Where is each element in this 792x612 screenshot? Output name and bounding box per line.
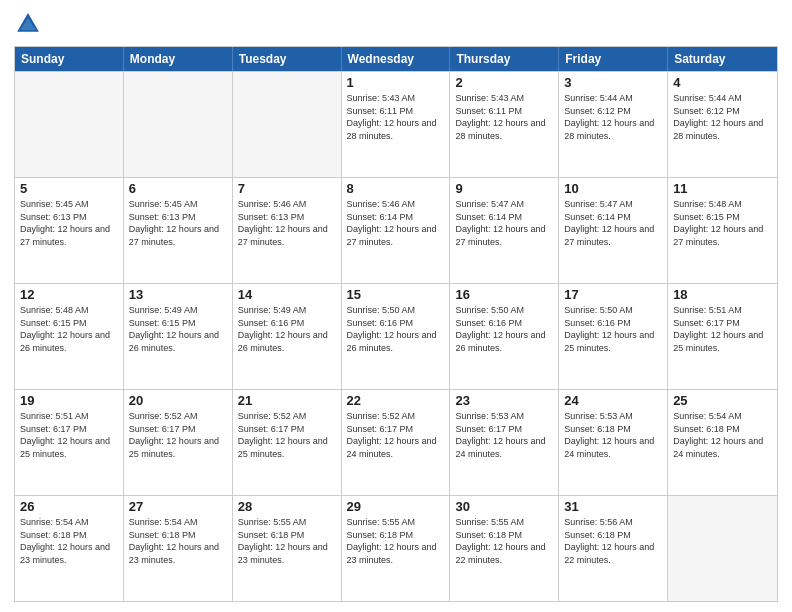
logo-icon <box>14 10 42 38</box>
calendar-cell <box>668 496 777 601</box>
calendar-cell: 20Sunrise: 5:52 AMSunset: 6:17 PMDayligh… <box>124 390 233 495</box>
calendar-cell: 24Sunrise: 5:53 AMSunset: 6:18 PMDayligh… <box>559 390 668 495</box>
calendar-cell: 11Sunrise: 5:48 AMSunset: 6:15 PMDayligh… <box>668 178 777 283</box>
weekday-header: Thursday <box>450 47 559 71</box>
page: SundayMondayTuesdayWednesdayThursdayFrid… <box>0 0 792 612</box>
logo <box>14 10 46 38</box>
calendar-cell: 22Sunrise: 5:52 AMSunset: 6:17 PMDayligh… <box>342 390 451 495</box>
day-number: 3 <box>564 75 662 90</box>
calendar-cell: 19Sunrise: 5:51 AMSunset: 6:17 PMDayligh… <box>15 390 124 495</box>
day-number: 18 <box>673 287 772 302</box>
calendar-cell: 27Sunrise: 5:54 AMSunset: 6:18 PMDayligh… <box>124 496 233 601</box>
day-number: 4 <box>673 75 772 90</box>
day-number: 14 <box>238 287 336 302</box>
calendar-cell <box>124 72 233 177</box>
header <box>14 10 778 38</box>
calendar-cell: 6Sunrise: 5:45 AMSunset: 6:13 PMDaylight… <box>124 178 233 283</box>
day-number: 19 <box>20 393 118 408</box>
calendar-cell: 4Sunrise: 5:44 AMSunset: 6:12 PMDaylight… <box>668 72 777 177</box>
weekday-header: Friday <box>559 47 668 71</box>
calendar-body: 1Sunrise: 5:43 AMSunset: 6:11 PMDaylight… <box>15 71 777 601</box>
day-number: 1 <box>347 75 445 90</box>
day-number: 10 <box>564 181 662 196</box>
calendar-cell <box>233 72 342 177</box>
day-info: Sunrise: 5:47 AMSunset: 6:14 PMDaylight:… <box>455 198 553 248</box>
calendar-cell: 31Sunrise: 5:56 AMSunset: 6:18 PMDayligh… <box>559 496 668 601</box>
day-number: 23 <box>455 393 553 408</box>
day-number: 11 <box>673 181 772 196</box>
day-number: 29 <box>347 499 445 514</box>
weekday-header: Wednesday <box>342 47 451 71</box>
day-number: 25 <box>673 393 772 408</box>
day-number: 27 <box>129 499 227 514</box>
day-number: 21 <box>238 393 336 408</box>
calendar-cell <box>15 72 124 177</box>
calendar-header: SundayMondayTuesdayWednesdayThursdayFrid… <box>15 47 777 71</box>
calendar-cell: 8Sunrise: 5:46 AMSunset: 6:14 PMDaylight… <box>342 178 451 283</box>
day-info: Sunrise: 5:51 AMSunset: 6:17 PMDaylight:… <box>20 410 118 460</box>
day-number: 7 <box>238 181 336 196</box>
calendar-cell: 5Sunrise: 5:45 AMSunset: 6:13 PMDaylight… <box>15 178 124 283</box>
calendar: SundayMondayTuesdayWednesdayThursdayFrid… <box>14 46 778 602</box>
day-info: Sunrise: 5:52 AMSunset: 6:17 PMDaylight:… <box>238 410 336 460</box>
day-number: 2 <box>455 75 553 90</box>
day-info: Sunrise: 5:46 AMSunset: 6:13 PMDaylight:… <box>238 198 336 248</box>
calendar-cell: 10Sunrise: 5:47 AMSunset: 6:14 PMDayligh… <box>559 178 668 283</box>
calendar-cell: 7Sunrise: 5:46 AMSunset: 6:13 PMDaylight… <box>233 178 342 283</box>
day-info: Sunrise: 5:45 AMSunset: 6:13 PMDaylight:… <box>20 198 118 248</box>
weekday-header: Sunday <box>15 47 124 71</box>
calendar-cell: 23Sunrise: 5:53 AMSunset: 6:17 PMDayligh… <box>450 390 559 495</box>
calendar-cell: 18Sunrise: 5:51 AMSunset: 6:17 PMDayligh… <box>668 284 777 389</box>
day-info: Sunrise: 5:48 AMSunset: 6:15 PMDaylight:… <box>20 304 118 354</box>
day-number: 17 <box>564 287 662 302</box>
day-info: Sunrise: 5:49 AMSunset: 6:16 PMDaylight:… <box>238 304 336 354</box>
day-number: 8 <box>347 181 445 196</box>
day-info: Sunrise: 5:50 AMSunset: 6:16 PMDaylight:… <box>455 304 553 354</box>
day-number: 9 <box>455 181 553 196</box>
day-info: Sunrise: 5:46 AMSunset: 6:14 PMDaylight:… <box>347 198 445 248</box>
calendar-cell: 30Sunrise: 5:55 AMSunset: 6:18 PMDayligh… <box>450 496 559 601</box>
calendar-cell: 12Sunrise: 5:48 AMSunset: 6:15 PMDayligh… <box>15 284 124 389</box>
calendar-week: 19Sunrise: 5:51 AMSunset: 6:17 PMDayligh… <box>15 389 777 495</box>
day-info: Sunrise: 5:45 AMSunset: 6:13 PMDaylight:… <box>129 198 227 248</box>
weekday-header: Saturday <box>668 47 777 71</box>
day-info: Sunrise: 5:53 AMSunset: 6:18 PMDaylight:… <box>564 410 662 460</box>
day-number: 6 <box>129 181 227 196</box>
day-info: Sunrise: 5:43 AMSunset: 6:11 PMDaylight:… <box>347 92 445 142</box>
day-info: Sunrise: 5:52 AMSunset: 6:17 PMDaylight:… <box>347 410 445 460</box>
day-number: 20 <box>129 393 227 408</box>
day-number: 16 <box>455 287 553 302</box>
day-info: Sunrise: 5:44 AMSunset: 6:12 PMDaylight:… <box>564 92 662 142</box>
day-number: 22 <box>347 393 445 408</box>
calendar-cell: 13Sunrise: 5:49 AMSunset: 6:15 PMDayligh… <box>124 284 233 389</box>
calendar-cell: 2Sunrise: 5:43 AMSunset: 6:11 PMDaylight… <box>450 72 559 177</box>
calendar-cell: 9Sunrise: 5:47 AMSunset: 6:14 PMDaylight… <box>450 178 559 283</box>
day-info: Sunrise: 5:52 AMSunset: 6:17 PMDaylight:… <box>129 410 227 460</box>
day-info: Sunrise: 5:49 AMSunset: 6:15 PMDaylight:… <box>129 304 227 354</box>
day-info: Sunrise: 5:48 AMSunset: 6:15 PMDaylight:… <box>673 198 772 248</box>
day-number: 26 <box>20 499 118 514</box>
day-number: 31 <box>564 499 662 514</box>
day-info: Sunrise: 5:43 AMSunset: 6:11 PMDaylight:… <box>455 92 553 142</box>
day-info: Sunrise: 5:55 AMSunset: 6:18 PMDaylight:… <box>455 516 553 566</box>
day-info: Sunrise: 5:53 AMSunset: 6:17 PMDaylight:… <box>455 410 553 460</box>
day-number: 12 <box>20 287 118 302</box>
calendar-cell: 15Sunrise: 5:50 AMSunset: 6:16 PMDayligh… <box>342 284 451 389</box>
day-info: Sunrise: 5:44 AMSunset: 6:12 PMDaylight:… <box>673 92 772 142</box>
day-info: Sunrise: 5:54 AMSunset: 6:18 PMDaylight:… <box>673 410 772 460</box>
day-info: Sunrise: 5:50 AMSunset: 6:16 PMDaylight:… <box>347 304 445 354</box>
day-info: Sunrise: 5:56 AMSunset: 6:18 PMDaylight:… <box>564 516 662 566</box>
calendar-cell: 29Sunrise: 5:55 AMSunset: 6:18 PMDayligh… <box>342 496 451 601</box>
day-info: Sunrise: 5:55 AMSunset: 6:18 PMDaylight:… <box>238 516 336 566</box>
day-info: Sunrise: 5:55 AMSunset: 6:18 PMDaylight:… <box>347 516 445 566</box>
day-info: Sunrise: 5:54 AMSunset: 6:18 PMDaylight:… <box>20 516 118 566</box>
calendar-week: 1Sunrise: 5:43 AMSunset: 6:11 PMDaylight… <box>15 71 777 177</box>
day-info: Sunrise: 5:54 AMSunset: 6:18 PMDaylight:… <box>129 516 227 566</box>
calendar-cell: 3Sunrise: 5:44 AMSunset: 6:12 PMDaylight… <box>559 72 668 177</box>
day-number: 30 <box>455 499 553 514</box>
calendar-cell: 21Sunrise: 5:52 AMSunset: 6:17 PMDayligh… <box>233 390 342 495</box>
day-number: 5 <box>20 181 118 196</box>
calendar-cell: 17Sunrise: 5:50 AMSunset: 6:16 PMDayligh… <box>559 284 668 389</box>
day-info: Sunrise: 5:51 AMSunset: 6:17 PMDaylight:… <box>673 304 772 354</box>
calendar-week: 5Sunrise: 5:45 AMSunset: 6:13 PMDaylight… <box>15 177 777 283</box>
